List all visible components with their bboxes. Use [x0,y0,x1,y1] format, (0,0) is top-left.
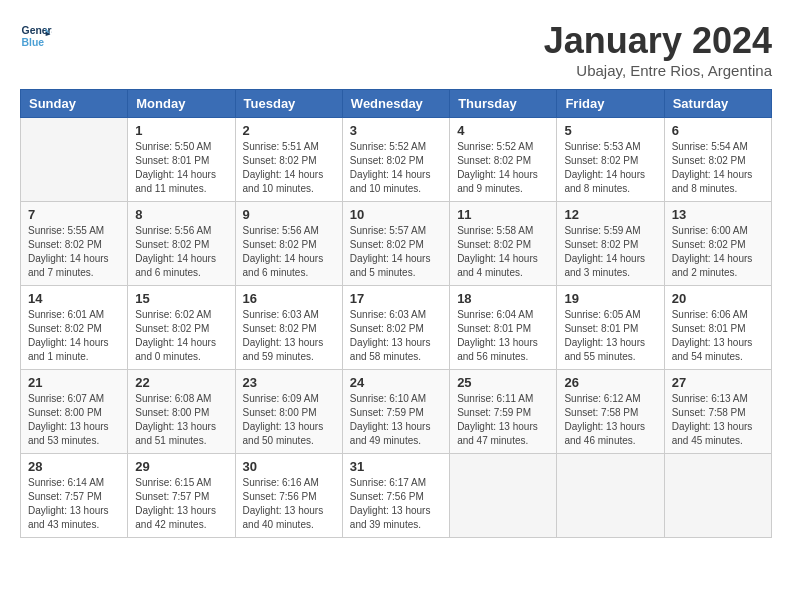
day-number: 9 [243,207,335,222]
weekday-header-saturday: Saturday [664,90,771,118]
logo: General Blue [20,20,52,52]
title-area: January 2024 Ubajay, Entre Rios, Argenti… [544,20,772,79]
day-number: 27 [672,375,764,390]
week-row-2: 7Sunrise: 5:55 AMSunset: 8:02 PMDaylight… [21,202,772,286]
weekday-header-monday: Monday [128,90,235,118]
day-info: Sunrise: 6:10 AMSunset: 7:59 PMDaylight:… [350,392,442,448]
calendar-cell: 20Sunrise: 6:06 AMSunset: 8:01 PMDayligh… [664,286,771,370]
day-number: 3 [350,123,442,138]
calendar-cell: 11Sunrise: 5:58 AMSunset: 8:02 PMDayligh… [450,202,557,286]
day-number: 22 [135,375,227,390]
calendar-cell: 23Sunrise: 6:09 AMSunset: 8:00 PMDayligh… [235,370,342,454]
day-info: Sunrise: 6:03 AMSunset: 8:02 PMDaylight:… [350,308,442,364]
day-number: 29 [135,459,227,474]
calendar-cell [21,118,128,202]
day-number: 24 [350,375,442,390]
day-info: Sunrise: 6:13 AMSunset: 7:58 PMDaylight:… [672,392,764,448]
calendar-cell [450,454,557,538]
day-number: 15 [135,291,227,306]
location-title: Ubajay, Entre Rios, Argentina [544,62,772,79]
day-info: Sunrise: 6:11 AMSunset: 7:59 PMDaylight:… [457,392,549,448]
day-info: Sunrise: 6:02 AMSunset: 8:02 PMDaylight:… [135,308,227,364]
weekday-header-friday: Friday [557,90,664,118]
calendar-cell: 30Sunrise: 6:16 AMSunset: 7:56 PMDayligh… [235,454,342,538]
month-title: January 2024 [544,20,772,62]
weekday-header-thursday: Thursday [450,90,557,118]
weekday-header-wednesday: Wednesday [342,90,449,118]
calendar-cell: 4Sunrise: 5:52 AMSunset: 8:02 PMDaylight… [450,118,557,202]
day-number: 14 [28,291,120,306]
day-info: Sunrise: 5:56 AMSunset: 8:02 PMDaylight:… [135,224,227,280]
calendar-cell [557,454,664,538]
calendar-cell: 9Sunrise: 5:56 AMSunset: 8:02 PMDaylight… [235,202,342,286]
day-info: Sunrise: 6:00 AMSunset: 8:02 PMDaylight:… [672,224,764,280]
weekday-header-sunday: Sunday [21,90,128,118]
day-info: Sunrise: 6:12 AMSunset: 7:58 PMDaylight:… [564,392,656,448]
day-info: Sunrise: 6:08 AMSunset: 8:00 PMDaylight:… [135,392,227,448]
day-number: 25 [457,375,549,390]
day-info: Sunrise: 6:15 AMSunset: 7:57 PMDaylight:… [135,476,227,532]
day-info: Sunrise: 6:14 AMSunset: 7:57 PMDaylight:… [28,476,120,532]
calendar-cell: 14Sunrise: 6:01 AMSunset: 8:02 PMDayligh… [21,286,128,370]
calendar-cell: 28Sunrise: 6:14 AMSunset: 7:57 PMDayligh… [21,454,128,538]
logo-icon: General Blue [20,20,52,52]
day-number: 21 [28,375,120,390]
day-number: 19 [564,291,656,306]
calendar-cell: 16Sunrise: 6:03 AMSunset: 8:02 PMDayligh… [235,286,342,370]
calendar-cell: 7Sunrise: 5:55 AMSunset: 8:02 PMDaylight… [21,202,128,286]
day-number: 10 [350,207,442,222]
day-info: Sunrise: 6:06 AMSunset: 8:01 PMDaylight:… [672,308,764,364]
calendar-cell [664,454,771,538]
day-info: Sunrise: 5:51 AMSunset: 8:02 PMDaylight:… [243,140,335,196]
day-number: 16 [243,291,335,306]
calendar-cell: 18Sunrise: 6:04 AMSunset: 8:01 PMDayligh… [450,286,557,370]
day-info: Sunrise: 6:05 AMSunset: 8:01 PMDaylight:… [564,308,656,364]
day-info: Sunrise: 5:52 AMSunset: 8:02 PMDaylight:… [350,140,442,196]
day-info: Sunrise: 5:56 AMSunset: 8:02 PMDaylight:… [243,224,335,280]
calendar-cell: 27Sunrise: 6:13 AMSunset: 7:58 PMDayligh… [664,370,771,454]
day-info: Sunrise: 5:55 AMSunset: 8:02 PMDaylight:… [28,224,120,280]
calendar-cell: 21Sunrise: 6:07 AMSunset: 8:00 PMDayligh… [21,370,128,454]
day-number: 13 [672,207,764,222]
day-number: 31 [350,459,442,474]
calendar-cell: 17Sunrise: 6:03 AMSunset: 8:02 PMDayligh… [342,286,449,370]
calendar-cell: 5Sunrise: 5:53 AMSunset: 8:02 PMDaylight… [557,118,664,202]
calendar-cell: 3Sunrise: 5:52 AMSunset: 8:02 PMDaylight… [342,118,449,202]
day-info: Sunrise: 6:16 AMSunset: 7:56 PMDaylight:… [243,476,335,532]
day-info: Sunrise: 6:03 AMSunset: 8:02 PMDaylight:… [243,308,335,364]
week-row-1: 1Sunrise: 5:50 AMSunset: 8:01 PMDaylight… [21,118,772,202]
day-number: 30 [243,459,335,474]
calendar-cell: 24Sunrise: 6:10 AMSunset: 7:59 PMDayligh… [342,370,449,454]
day-number: 7 [28,207,120,222]
day-number: 2 [243,123,335,138]
calendar-cell: 19Sunrise: 6:05 AMSunset: 8:01 PMDayligh… [557,286,664,370]
day-info: Sunrise: 5:50 AMSunset: 8:01 PMDaylight:… [135,140,227,196]
calendar-cell: 13Sunrise: 6:00 AMSunset: 8:02 PMDayligh… [664,202,771,286]
week-row-3: 14Sunrise: 6:01 AMSunset: 8:02 PMDayligh… [21,286,772,370]
day-info: Sunrise: 6:09 AMSunset: 8:00 PMDaylight:… [243,392,335,448]
week-row-5: 28Sunrise: 6:14 AMSunset: 7:57 PMDayligh… [21,454,772,538]
day-info: Sunrise: 6:04 AMSunset: 8:01 PMDaylight:… [457,308,549,364]
day-info: Sunrise: 5:59 AMSunset: 8:02 PMDaylight:… [564,224,656,280]
weekday-header-row: SundayMondayTuesdayWednesdayThursdayFrid… [21,90,772,118]
day-info: Sunrise: 5:58 AMSunset: 8:02 PMDaylight:… [457,224,549,280]
day-number: 6 [672,123,764,138]
day-info: Sunrise: 5:57 AMSunset: 8:02 PMDaylight:… [350,224,442,280]
svg-text:Blue: Blue [22,37,45,48]
day-number: 23 [243,375,335,390]
day-info: Sunrise: 6:01 AMSunset: 8:02 PMDaylight:… [28,308,120,364]
day-number: 20 [672,291,764,306]
calendar-cell: 31Sunrise: 6:17 AMSunset: 7:56 PMDayligh… [342,454,449,538]
week-row-4: 21Sunrise: 6:07 AMSunset: 8:00 PMDayligh… [21,370,772,454]
day-number: 8 [135,207,227,222]
calendar-cell: 8Sunrise: 5:56 AMSunset: 8:02 PMDaylight… [128,202,235,286]
day-number: 28 [28,459,120,474]
calendar-cell: 15Sunrise: 6:02 AMSunset: 8:02 PMDayligh… [128,286,235,370]
calendar-table: SundayMondayTuesdayWednesdayThursdayFrid… [20,89,772,538]
day-number: 1 [135,123,227,138]
calendar-cell: 29Sunrise: 6:15 AMSunset: 7:57 PMDayligh… [128,454,235,538]
calendar-cell: 22Sunrise: 6:08 AMSunset: 8:00 PMDayligh… [128,370,235,454]
day-info: Sunrise: 6:07 AMSunset: 8:00 PMDaylight:… [28,392,120,448]
day-number: 18 [457,291,549,306]
day-number: 17 [350,291,442,306]
